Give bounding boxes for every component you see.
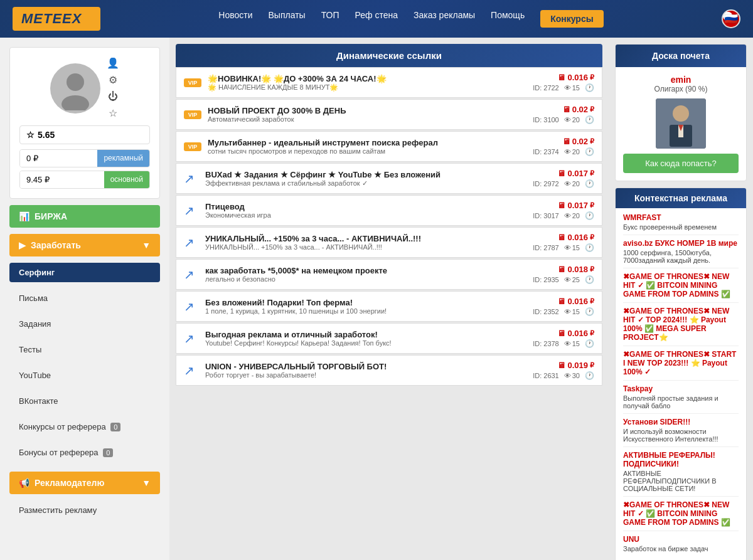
nav-top[interactable]: ТОП — [321, 10, 339, 28]
advertiser-button[interactable]: 📢 Рекламодателю ▼ — [9, 472, 160, 494]
kontekst-item: WMRFASTБукс проверенный временем — [623, 213, 739, 235]
ad-list: VIP 🌟НОВИНКА!🌟 🌟ДО +300% ЗА 24 ЧАСА!🌟 🌟 … — [176, 67, 602, 386]
views-count: 15 — [572, 84, 580, 92]
views-count: 25 — [572, 276, 580, 283]
sidebar-item-tests[interactable]: Тесты — [9, 340, 160, 359]
ad-item[interactable]: ↗ УНИКАЛЬНЫЙ... +150% за 3 часа... - АКТ… — [176, 227, 602, 258]
nav-help[interactable]: Помощь — [491, 10, 525, 28]
kontekst-item-title[interactable]: ✖GAME OF THRONES✖ START I NEW TOP 2023!!… — [623, 350, 739, 376]
settings-icon[interactable]: ⚙ — [109, 74, 117, 86]
ad-id-row: ID: 3100 👁 20 🕐 — [533, 115, 594, 124]
sidebar: 👤 ⚙ ⏻ ☆ ☆ 5.65 0 ₽ рекламный — [0, 38, 169, 560]
sidebar-item-tasks[interactable]: Задания — [9, 314, 160, 334]
nav-order-ads[interactable]: Заказ рекламы — [414, 10, 475, 28]
avatar — [50, 63, 100, 114]
ruble-sign: ₽ — [590, 169, 594, 177]
kontekst-item-title[interactable]: ✖GAME OF THRONES✖ NEW HIT ✓ ✅ BITCOIN MI… — [623, 500, 739, 527]
doska-avatar-img — [656, 98, 706, 149]
ad-item[interactable]: VIP 🌟НОВИНКА!🌟 🌟ДО +300% ЗА 24 ЧАСА!🌟 🌟 … — [176, 67, 602, 98]
nav-refwall[interactable]: Реф стена — [355, 10, 398, 28]
kontekst-item: aviso.bz БУКС НОМЕР 1В мире1000 серфинга… — [623, 239, 739, 268]
views-count: 20 — [572, 180, 580, 188]
chart-icon: 📊 — [19, 211, 29, 221]
ruble-sign: ₽ — [590, 233, 594, 241]
ad-item[interactable]: ↗ BUXad ★ Задания ★ Сёрфинг ★ YouTube ★ … — [176, 163, 602, 194]
nav-news[interactable]: Новости — [218, 10, 252, 28]
doska-avatar — [656, 98, 706, 149]
ad-item[interactable]: VIP НОВЫЙ ПРОЕКТ ДО 300% В ДЕНЬ Автомати… — [176, 99, 602, 130]
doska-card: Доска почета emin Олигарх (90 %) — [615, 44, 747, 181]
sidebar-item-surfing[interactable]: Серфинг — [9, 263, 160, 282]
kontekst-item-title[interactable]: ✖GAME OF THRONES✖ NEW HIT ✓ ✅ BITCOIN MI… — [623, 272, 739, 298]
price-value: 0.02 — [572, 105, 588, 114]
star-value: 5.65 — [38, 130, 55, 140]
svg-point-0 — [67, 73, 84, 91]
ad-item[interactable]: ↗ Птицевод Экономическая игра 🖥 0.017 ₽ … — [176, 195, 602, 226]
sidebar-item-letters[interactable]: Письма — [9, 288, 160, 308]
ad-views: 👁 15 — [564, 340, 580, 347]
language-flag[interactable]: 🇷🇺 — [722, 9, 740, 28]
ad-id-row: ID: 2972 👁 20 🕐 — [533, 179, 594, 188]
ruble-sign: ₽ — [590, 329, 594, 337]
kontekst-item-title[interactable]: aviso.bz БУКС НОМЕР 1В мире — [623, 239, 739, 248]
ad-subtitle: Робот торгует - вы зарабатываете! — [205, 371, 513, 379]
star-icon[interactable]: ☆ — [109, 107, 117, 119]
sidebar-item-vkontakte[interactable]: ВКонтакте — [9, 391, 160, 411]
kontekst-item-title[interactable]: Установи SIDER!!! — [623, 418, 739, 426]
power-icon[interactable]: ⏻ — [108, 91, 118, 102]
ad-item[interactable]: ↗ UNION - УНИВЕРСАЛЬНЫЙ ТОРГОВЫЙ БОТ! Ро… — [176, 355, 602, 386]
kontekst-item-title[interactable]: UNU — [623, 535, 739, 544]
monitor-icon: 🖥 — [557, 329, 565, 338]
ad-title: Без вложений! Подарки! Топ ферма! — [205, 298, 513, 307]
avatar-area: 👤 ⚙ ⏻ ☆ — [19, 57, 150, 119]
sidebar-item-youtube[interactable]: YouTube — [9, 366, 160, 385]
ad-item[interactable]: ↗ как заработать *5,000$* на немецком пр… — [176, 259, 602, 290]
play-icon: ▶ — [19, 240, 26, 250]
sidebar-item-ref-contests[interactable]: Конкурсы от реферера 0 — [9, 417, 160, 436]
monitor-icon: 🖥 — [557, 201, 565, 210]
ad-item[interactable]: ↗ Выгодная реклама и отличный заработок!… — [176, 323, 602, 354]
ad-id: ID: 2935 — [533, 276, 559, 283]
ruble-sign: ₽ — [590, 137, 594, 145]
kontekst-item-title[interactable]: ✖GAME OF THRONES✖ NEW HIT ✓ TOP 2024!!! … — [623, 307, 739, 342]
ad-info: UNION - УНИВЕРСАЛЬНЫЙ ТОРГОВЫЙ БОТ! Робо… — [205, 362, 513, 379]
sidebar-item-ref-bonuses[interactable]: Бонусы от реферера 0 — [9, 443, 160, 462]
main-balance: 9.45 ₽ основной — [19, 171, 150, 189]
kontekst-item: ✖GAME OF THRONES✖ NEW HIT ✓ ✅ BITCOIN MI… — [623, 272, 739, 303]
ad-subtitle: сотни тысяч просмотров и переходов по ва… — [208, 147, 513, 155]
views-count: 30 — [572, 372, 580, 379]
right-panel: Доска почета emin Олигарх (90 %) — [609, 38, 753, 560]
ad-views: 👁 15 — [564, 308, 580, 315]
ad-info: 🌟НОВИНКА!🌟 🌟ДО +300% ЗА 24 ЧАСА!🌟 🌟 НАЧИ… — [208, 74, 513, 92]
ad-subtitle: Автоматический заработок — [208, 115, 513, 123]
kontekst-item-title[interactable]: Taskpay — [623, 384, 739, 393]
nav-payouts[interactable]: Выплаты — [269, 10, 306, 28]
ad-item[interactable]: ↗ Без вложений! Подарки! Топ ферма! 1 по… — [176, 291, 602, 322]
ad-balance-label: рекламный — [97, 150, 149, 167]
nav-contests[interactable]: Конкурсы — [540, 10, 603, 28]
doska-how-btn[interactable]: Как сюда попасть? — [623, 154, 739, 173]
ad-price: 🖥 0.016 ₽ — [557, 297, 594, 306]
vip-badge: VIP — [184, 142, 201, 151]
arrow-icon: ↗ — [184, 331, 199, 346]
birzha-button[interactable]: 📊 БИРЖА — [9, 205, 160, 228]
ad-id: ID: 2722 — [533, 84, 559, 92]
kontekst-item-title[interactable]: АКТИВНЫЕ РЕФЕРАЛЫ!ПОДПИСЧИКИ! — [623, 451, 739, 468]
ad-id: ID: 3100 — [533, 116, 559, 124]
ad-info: Выгодная реклама и отличный заработок! Y… — [205, 330, 513, 347]
sidebar-item-place-ad[interactable]: Разместить рекламу — [9, 500, 160, 520]
users-icon[interactable]: 👤 — [107, 57, 119, 69]
eye-icon: 👁 — [564, 212, 571, 219]
ad-item[interactable]: VIP Мультибаннер - идеальный инструмент … — [176, 131, 602, 162]
ad-price: 🖥 0.02 ₽ — [562, 137, 594, 146]
svg-point-3 — [673, 105, 689, 122]
logo[interactable]: METEEX — [13, 7, 100, 31]
monitor-icon: 🖥 — [557, 361, 565, 370]
main-balance-label: основной — [104, 171, 149, 188]
kontekst-item-title[interactable]: WMRFAST — [623, 213, 739, 222]
zarabotat-label: Заработать — [31, 240, 81, 250]
arrow-icon: ↗ — [184, 299, 199, 314]
zarabotat-button[interactable]: ▶ Заработать ▼ — [9, 234, 160, 256]
ruble-sign: ₽ — [590, 201, 594, 209]
kontekst-item: ✖GAME OF THRONES✖ START I NEW TOP 2023!!… — [623, 350, 739, 381]
